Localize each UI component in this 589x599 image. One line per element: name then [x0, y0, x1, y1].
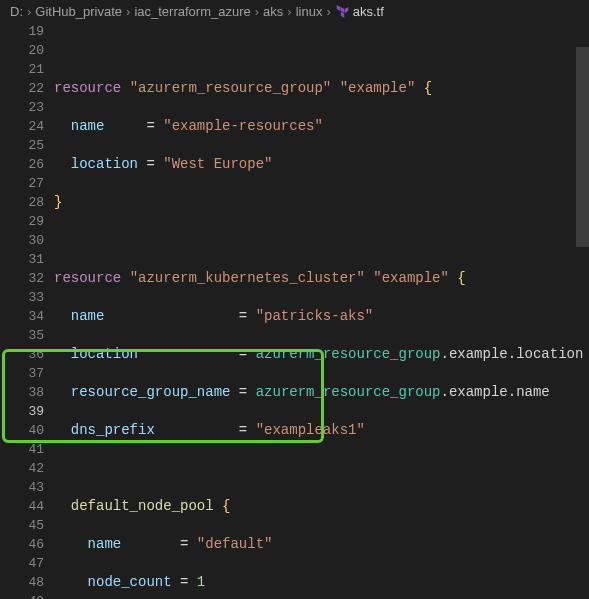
code-line: resource "azurerm_kubernetes_cluster" "e…	[54, 269, 589, 288]
crumb-folder[interactable]: aks	[263, 4, 283, 19]
code-line: default_node_pool {	[54, 497, 589, 516]
chevron-right-icon: ›	[23, 4, 35, 19]
code-line: dns_prefix = "exampleaks1"	[54, 421, 589, 440]
crumb-file-label: aks.tf	[353, 4, 384, 19]
line-number: 32	[0, 269, 44, 288]
code-line	[54, 459, 589, 478]
line-number: 46	[0, 535, 44, 554]
line-number: 25	[0, 136, 44, 155]
terraform-icon	[335, 4, 349, 18]
code-line	[54, 41, 589, 60]
line-number: 43	[0, 478, 44, 497]
line-number: 28	[0, 193, 44, 212]
line-number-current: 39	[0, 402, 44, 421]
line-number: 44	[0, 497, 44, 516]
line-number: 49	[0, 592, 44, 599]
line-number-gutter: 19 20 21 22 23 24 25 26 27 28 29 30 31 3…	[0, 22, 54, 599]
crumb-folder[interactable]: iac_terraform_azure	[134, 4, 250, 19]
line-number: 23	[0, 98, 44, 117]
line-number: 35	[0, 326, 44, 345]
code-line: location = azurerm_resource_group.exampl…	[54, 345, 589, 364]
line-number: 40	[0, 421, 44, 440]
code-line: name = "example-resources"	[54, 117, 589, 136]
crumb-drive[interactable]: D:	[10, 4, 23, 19]
line-number: 38	[0, 383, 44, 402]
code-line: name = "patricks-aks"	[54, 307, 589, 326]
line-number: 36	[0, 345, 44, 364]
line-number: 21	[0, 60, 44, 79]
chevron-right-icon: ›	[283, 4, 295, 19]
line-number: 45	[0, 516, 44, 535]
line-number: 34	[0, 307, 44, 326]
line-number: 27	[0, 174, 44, 193]
code-line: location = "West Europe"	[54, 155, 589, 174]
line-number: 19	[0, 22, 44, 41]
code-line: }	[54, 193, 589, 212]
line-number: 31	[0, 250, 44, 269]
line-number: 24	[0, 117, 44, 136]
chevron-right-icon: ›	[322, 4, 334, 19]
line-number: 47	[0, 554, 44, 573]
line-number: 20	[0, 41, 44, 60]
code-line: name = "default"	[54, 535, 589, 554]
vertical-scrollbar[interactable]	[576, 22, 589, 599]
code-line: node_count = 1	[54, 573, 589, 592]
crumb-folder[interactable]: linux	[296, 4, 323, 19]
chevron-right-icon: ›	[122, 4, 134, 19]
line-number: 26	[0, 155, 44, 174]
code-line	[54, 231, 589, 250]
line-number: 29	[0, 212, 44, 231]
line-number: 33	[0, 288, 44, 307]
scrollbar-thumb[interactable]	[576, 47, 589, 247]
code-area[interactable]: resource "azurerm_resource_group" "examp…	[54, 22, 589, 599]
code-line: resource "azurerm_resource_group" "examp…	[54, 79, 589, 98]
line-number: 37	[0, 364, 44, 383]
line-number: 30	[0, 231, 44, 250]
line-number: 48	[0, 573, 44, 592]
chevron-right-icon: ›	[251, 4, 263, 19]
line-number: 42	[0, 459, 44, 478]
code-editor[interactable]: 19 20 21 22 23 24 25 26 27 28 29 30 31 3…	[0, 22, 589, 599]
crumb-file[interactable]: aks.tf	[335, 4, 384, 19]
line-number: 22	[0, 79, 44, 98]
breadcrumb[interactable]: D: › GitHub_private › iac_terraform_azur…	[0, 0, 589, 22]
line-number: 41	[0, 440, 44, 459]
code-line: resource_group_name = azurerm_resource_g…	[54, 383, 589, 402]
crumb-folder[interactable]: GitHub_private	[35, 4, 122, 19]
